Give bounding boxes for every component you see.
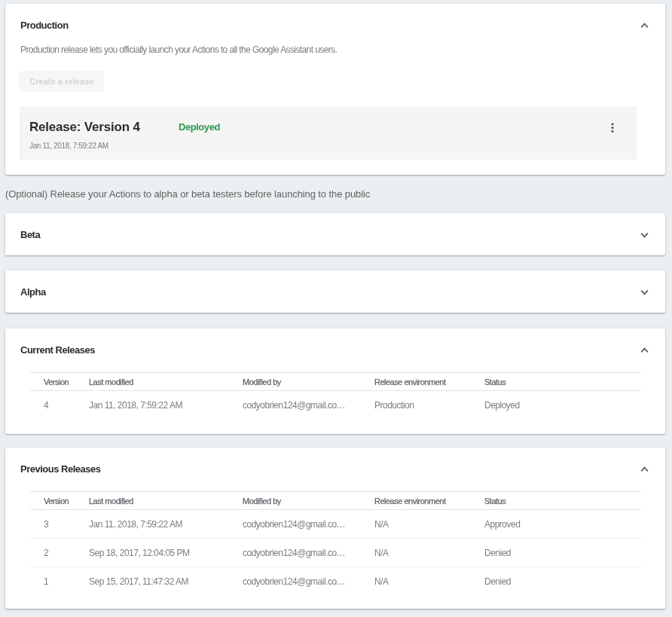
table-cell: codyobrien124@gmail.co…	[229, 510, 361, 539]
beta-card[interactable]: Beta	[5, 213, 665, 255]
current-releases-title: Current Releases	[5, 328, 665, 358]
table-cell: 4	[30, 391, 75, 420]
table-cell: Denied	[471, 539, 641, 567]
table-row: 2Sep 18, 2017, 12:04:05 PMcodyobrien124@…	[30, 539, 641, 567]
table-cell: 3	[30, 510, 75, 539]
column-header: Release environment	[361, 492, 471, 510]
table-cell: Jan 11, 2018, 7:59:22 AM	[75, 510, 229, 539]
release-status-badge: Deployed	[179, 120, 220, 135]
production-description: Production release lets you officially l…	[20, 44, 650, 56]
table-cell: Jan 11, 2018, 7:59:22 AM	[75, 391, 229, 420]
chevron-up-icon	[640, 23, 649, 29]
beta-expand-button[interactable]	[638, 229, 650, 241]
beta-card-title: Beta	[5, 213, 665, 243]
release-row: Release: Version 4 Deployed Jan 11, 2018…	[20, 106, 637, 160]
table-row: 4Jan 11, 2018, 7:59:22 AMcodyobrien124@g…	[30, 391, 641, 420]
table-cell: N/A	[361, 539, 471, 567]
table-cell: codyobrien124@gmail.co…	[229, 567, 361, 596]
production-collapse-button[interactable]	[638, 20, 650, 32]
column-header: Modified by	[229, 373, 361, 391]
release-menu-button[interactable]	[603, 118, 622, 137]
table-cell: 2	[30, 539, 75, 567]
previous-releases-card: Previous Releases VersionLast modifiedMo…	[5, 447, 665, 609]
chevron-up-icon	[640, 466, 649, 472]
production-card-title: Production	[5, 4, 665, 33]
releases-page: Production Production release lets you o…	[0, 4, 672, 617]
table-row: 3Jan 11, 2018, 7:59:22 AMcodyobrien124@g…	[30, 510, 641, 539]
alpha-card-title: Alpha	[5, 270, 665, 300]
kebab-menu-icon	[611, 123, 614, 133]
table-cell: Denied	[471, 567, 641, 596]
current-releases-collapse-button[interactable]	[638, 344, 650, 356]
current-releases-card: Current Releases VersionLast modifiedMod…	[5, 328, 665, 434]
table-cell: Sep 18, 2017, 12:04:05 PM	[75, 539, 229, 567]
chevron-down-icon	[640, 232, 649, 238]
column-header: Version	[30, 492, 75, 510]
column-header: Last modified	[75, 492, 229, 510]
table-cell: 1	[30, 567, 75, 596]
current-releases-table: VersionLast modifiedModified byRelease e…	[30, 372, 641, 420]
previous-releases-title: Previous Releases	[5, 447, 665, 477]
table-header-row: VersionLast modifiedModified byRelease e…	[30, 492, 641, 510]
optional-note: (Optional) Release your Actions to alpha…	[5, 188, 672, 200]
table-cell: codyobrien124@gmail.co…	[229, 391, 361, 420]
release-title: Release: Version 4	[29, 118, 140, 136]
column-header: Version	[30, 373, 75, 391]
previous-releases-collapse-button[interactable]	[638, 463, 650, 475]
alpha-card[interactable]: Alpha	[5, 270, 665, 313]
table-cell: Approved	[471, 510, 641, 539]
table-cell: Deployed	[471, 391, 641, 420]
column-header: Modified by	[229, 492, 361, 510]
production-card: Production Production release lets you o…	[5, 4, 665, 175]
chevron-up-icon	[640, 347, 649, 353]
table-row: 1Sep 15, 2017, 11:47:32 AMcodyobrien124@…	[30, 567, 641, 596]
table-cell: Production	[361, 391, 471, 420]
column-header: Last modified	[75, 373, 229, 391]
column-header: Release environment	[361, 373, 471, 391]
previous-releases-table: VersionLast modifiedModified byRelease e…	[30, 491, 641, 596]
chevron-down-icon	[640, 289, 649, 295]
release-date: Jan 11, 2018, 7:59:22 AM	[29, 141, 108, 151]
table-cell: Sep 15, 2017, 11:47:32 AM	[75, 567, 229, 596]
column-header: Status	[471, 373, 641, 391]
table-cell: N/A	[361, 567, 471, 596]
create-release-button[interactable]: Create a release	[20, 71, 104, 92]
alpha-expand-button[interactable]	[638, 286, 650, 298]
table-cell: codyobrien124@gmail.co…	[229, 539, 361, 567]
column-header: Status	[471, 492, 641, 510]
table-header-row: VersionLast modifiedModified byRelease e…	[30, 373, 641, 391]
table-cell: N/A	[361, 510, 471, 539]
